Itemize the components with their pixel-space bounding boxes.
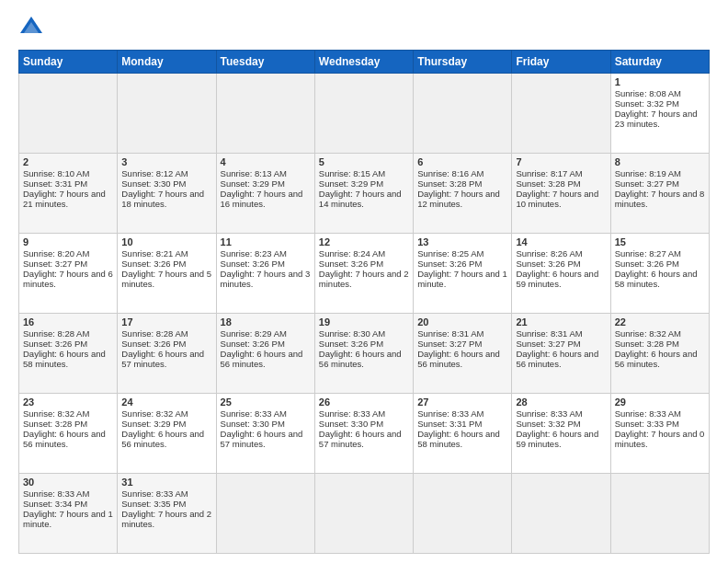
calendar-cell: 30Sunrise: 8:33 AMSunset: 3:34 PMDayligh… xyxy=(19,474,118,554)
calendar-cell: 10Sunrise: 8:21 AMSunset: 3:26 PMDayligh… xyxy=(118,234,216,314)
sunrise: Sunrise: 8:16 AM xyxy=(417,168,483,178)
calendar-cell: 31Sunrise: 8:33 AMSunset: 3:35 PMDayligh… xyxy=(118,474,216,554)
sunset: Sunset: 3:27 PM xyxy=(23,259,87,269)
day-number: 24 xyxy=(121,396,211,408)
daylight: Daylight: 7 hours and 1 minute. xyxy=(417,269,507,289)
sunrise: Sunrise: 8:33 AM xyxy=(319,408,385,419)
calendar-cell: 11Sunrise: 8:23 AMSunset: 3:26 PMDayligh… xyxy=(216,234,314,314)
day-number: 22 xyxy=(615,316,705,327)
sunrise: Sunrise: 8:19 AM xyxy=(615,168,681,178)
calendar-cell: 12Sunrise: 8:24 AMSunset: 3:26 PMDayligh… xyxy=(314,234,413,314)
sunrise: Sunrise: 8:28 AM xyxy=(121,328,188,339)
calendar-cell: 6Sunrise: 8:16 AMSunset: 3:28 PMDaylight… xyxy=(414,154,512,234)
sunset: Sunset: 3:29 PM xyxy=(319,178,383,189)
col-saturday: Saturday xyxy=(610,51,709,74)
day-number: 9 xyxy=(23,236,113,247)
daylight: Daylight: 6 hours and 59 minutes. xyxy=(516,269,598,289)
daylight: Daylight: 7 hours and 0 minutes. xyxy=(615,429,705,449)
daylight: Daylight: 7 hours and 8 minutes. xyxy=(615,189,705,209)
calendar-cell: 19Sunrise: 8:30 AMSunset: 3:26 PMDayligh… xyxy=(314,314,413,394)
calendar-header-row: Sunday Monday Tuesday Wednesday Thursday… xyxy=(19,51,710,74)
week-row-1: 2Sunrise: 8:10 AMSunset: 3:31 PMDaylight… xyxy=(19,154,710,234)
calendar-cell: 13Sunrise: 8:25 AMSunset: 3:26 PMDayligh… xyxy=(414,234,512,314)
calendar-cell: 2Sunrise: 8:10 AMSunset: 3:31 PMDaylight… xyxy=(19,154,118,234)
sunset: Sunset: 3:27 PM xyxy=(417,339,482,349)
sunrise: Sunrise: 8:27 AM xyxy=(615,248,681,259)
sunset: Sunset: 3:28 PM xyxy=(417,178,482,189)
calendar-cell: 16Sunrise: 8:28 AMSunset: 3:26 PMDayligh… xyxy=(19,314,118,394)
day-number: 16 xyxy=(23,316,113,327)
col-monday: Monday xyxy=(118,51,216,74)
sunrise: Sunrise: 8:12 AM xyxy=(121,168,188,178)
week-row-3: 16Sunrise: 8:28 AMSunset: 3:26 PMDayligh… xyxy=(19,314,710,394)
calendar-cell: 23Sunrise: 8:32 AMSunset: 3:28 PMDayligh… xyxy=(19,394,118,474)
sunset: Sunset: 3:26 PM xyxy=(121,339,186,349)
sunrise: Sunrise: 8:31 AM xyxy=(417,328,483,339)
sunrise: Sunrise: 8:31 AM xyxy=(516,328,582,339)
daylight: Daylight: 7 hours and 21 minutes. xyxy=(23,189,106,209)
sunrise: Sunrise: 8:32 AM xyxy=(121,408,188,419)
daylight: Daylight: 6 hours and 56 minutes. xyxy=(221,349,303,369)
sunrise: Sunrise: 8:33 AM xyxy=(516,408,582,419)
daylight: Daylight: 7 hours and 2 minutes. xyxy=(121,509,211,529)
sunrise: Sunrise: 8:33 AM xyxy=(221,408,287,419)
week-row-0: 1Sunrise: 8:08 AMSunset: 3:32 PMDaylight… xyxy=(19,74,710,154)
calendar-cell: 22Sunrise: 8:32 AMSunset: 3:28 PMDayligh… xyxy=(610,314,709,394)
sunrise: Sunrise: 8:29 AM xyxy=(221,328,287,339)
daylight: Daylight: 7 hours and 18 minutes. xyxy=(121,189,204,209)
day-number: 6 xyxy=(417,156,507,167)
calendar-cell xyxy=(414,474,512,554)
calendar-cell: 15Sunrise: 8:27 AMSunset: 3:26 PMDayligh… xyxy=(610,234,709,314)
day-number: 4 xyxy=(221,156,311,167)
daylight: Daylight: 7 hours and 14 minutes. xyxy=(319,189,402,209)
logo xyxy=(18,15,48,40)
sunset: Sunset: 3:26 PM xyxy=(615,259,679,269)
calendar-cell: 28Sunrise: 8:33 AMSunset: 3:32 PMDayligh… xyxy=(512,394,610,474)
day-number: 3 xyxy=(121,156,211,167)
week-row-2: 9Sunrise: 8:20 AMSunset: 3:27 PMDaylight… xyxy=(19,234,710,314)
day-number: 2 xyxy=(23,156,113,167)
col-sunday: Sunday xyxy=(19,51,118,74)
calendar-cell: 24Sunrise: 8:32 AMSunset: 3:29 PMDayligh… xyxy=(118,394,216,474)
daylight: Daylight: 6 hours and 57 minutes. xyxy=(221,429,303,449)
sunset: Sunset: 3:31 PM xyxy=(417,419,482,429)
daylight: Daylight: 6 hours and 57 minutes. xyxy=(319,429,402,449)
calendar-table: Sunday Monday Tuesday Wednesday Thursday… xyxy=(18,50,710,554)
col-tuesday: Tuesday xyxy=(216,51,314,74)
daylight: Daylight: 6 hours and 56 minutes. xyxy=(121,429,204,449)
sunrise: Sunrise: 8:20 AM xyxy=(23,248,89,259)
calendar-cell: 8Sunrise: 8:19 AMSunset: 3:27 PMDaylight… xyxy=(610,154,709,234)
day-number: 10 xyxy=(121,236,211,247)
daylight: Daylight: 6 hours and 58 minutes. xyxy=(417,429,500,449)
sunset: Sunset: 3:32 PM xyxy=(516,419,580,429)
calendar-cell xyxy=(610,474,709,554)
logo-icon xyxy=(18,15,44,40)
day-number: 27 xyxy=(417,396,507,408)
sunset: Sunset: 3:28 PM xyxy=(516,178,580,189)
sunrise: Sunrise: 8:23 AM xyxy=(221,248,287,259)
day-number: 11 xyxy=(221,236,311,247)
sunset: Sunset: 3:28 PM xyxy=(23,419,87,429)
day-number: 1 xyxy=(615,76,705,87)
daylight: Daylight: 7 hours and 6 minutes. xyxy=(23,269,113,289)
sunset: Sunset: 3:30 PM xyxy=(319,419,383,429)
sunrise: Sunrise: 8:21 AM xyxy=(121,248,188,259)
week-row-5: 30Sunrise: 8:33 AMSunset: 3:34 PMDayligh… xyxy=(19,474,710,554)
day-number: 26 xyxy=(319,396,409,408)
daylight: Daylight: 6 hours and 56 minutes. xyxy=(417,349,500,369)
calendar-cell: 3Sunrise: 8:12 AMSunset: 3:30 PMDaylight… xyxy=(118,154,216,234)
day-number: 18 xyxy=(221,316,311,327)
calendar-cell: 5Sunrise: 8:15 AMSunset: 3:29 PMDaylight… xyxy=(314,154,413,234)
sunrise: Sunrise: 8:13 AM xyxy=(221,168,287,178)
sunset: Sunset: 3:29 PM xyxy=(121,419,186,429)
daylight: Daylight: 6 hours and 58 minutes. xyxy=(23,349,106,369)
day-number: 20 xyxy=(417,316,507,327)
day-number: 23 xyxy=(23,396,113,408)
sunset: Sunset: 3:26 PM xyxy=(23,339,87,349)
calendar-cell: 18Sunrise: 8:29 AMSunset: 3:26 PMDayligh… xyxy=(216,314,314,394)
daylight: Daylight: 7 hours and 16 minutes. xyxy=(221,189,303,209)
calendar-cell xyxy=(314,474,413,554)
sunrise: Sunrise: 8:24 AM xyxy=(319,248,385,259)
sunset: Sunset: 3:26 PM xyxy=(121,259,186,269)
daylight: Daylight: 6 hours and 56 minutes. xyxy=(319,349,402,369)
